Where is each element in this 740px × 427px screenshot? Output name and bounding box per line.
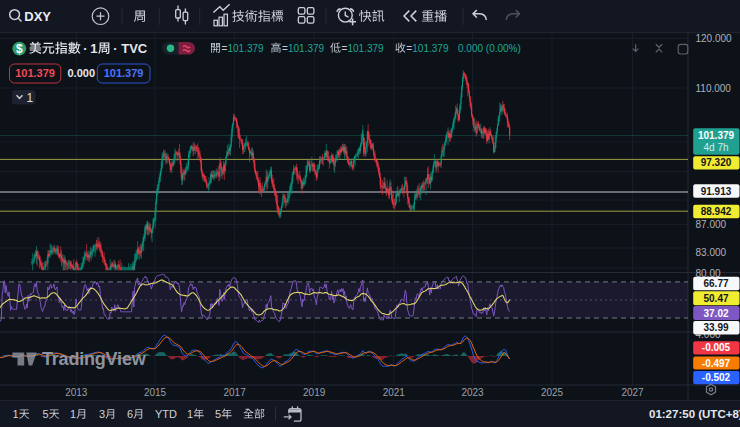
svg-text:120.000: 120.000 (696, 33, 733, 44)
svg-text:0.000: 0.000 (68, 67, 96, 79)
svg-text:2021: 2021 (383, 387, 406, 398)
svg-text:3: 3 (99, 408, 105, 420)
svg-text:50.47: 50.47 (703, 293, 728, 304)
svg-text:2013: 2013 (65, 387, 88, 398)
svg-text:-0.502: -0.502 (702, 372, 731, 383)
svg-text:91.913: 91.913 (701, 186, 732, 197)
svg-text:37.02: 37.02 (703, 308, 728, 319)
svg-text:1: 1 (27, 91, 34, 105)
svg-text:1: 1 (187, 408, 193, 420)
svg-text:2017: 2017 (223, 387, 246, 398)
svg-text:0.000 (0.00%): 0.000 (0.00%) (458, 43, 521, 54)
svg-text:4d 7h: 4d 7h (703, 142, 728, 153)
svg-text:97.320: 97.320 (701, 157, 732, 168)
svg-text:DXY: DXY (24, 9, 51, 24)
svg-text:6: 6 (127, 408, 133, 420)
svg-text:2027: 2027 (621, 387, 644, 398)
svg-text:83.000: 83.000 (696, 247, 727, 258)
svg-text:5: 5 (215, 408, 221, 420)
svg-text:-0.497: -0.497 (702, 358, 731, 369)
svg-text:101.379: 101.379 (228, 43, 265, 54)
svg-text:110.000: 110.000 (696, 83, 732, 94)
svg-text:101.379: 101.379 (288, 43, 325, 54)
svg-text:5: 5 (43, 408, 49, 420)
svg-text:·: · (83, 41, 87, 56)
svg-text:01:27:50 (UTC+8): 01:27:50 (UTC+8) (649, 408, 740, 420)
svg-text:33.99: 33.99 (703, 322, 728, 333)
svg-text:101.379: 101.379 (412, 43, 449, 54)
svg-text:$: $ (16, 42, 23, 56)
svg-text:87.000: 87.000 (696, 219, 727, 230)
svg-text:66.77: 66.77 (703, 278, 728, 289)
svg-text:101.379: 101.379 (15, 67, 55, 79)
svg-text:101.379: 101.379 (104, 67, 144, 79)
svg-text:TradingView: TradingView (42, 349, 147, 369)
svg-text:2015: 2015 (144, 387, 167, 398)
svg-text:101.379: 101.379 (348, 43, 385, 54)
svg-text:1: 1 (90, 41, 97, 56)
svg-text:1: 1 (13, 408, 19, 420)
svg-text:2023: 2023 (461, 387, 484, 398)
svg-text:2025: 2025 (541, 387, 564, 398)
svg-text:YTD: YTD (155, 408, 177, 420)
svg-text:101.379: 101.379 (698, 130, 735, 141)
svg-text:88.942: 88.942 (701, 206, 732, 217)
svg-text:2019: 2019 (303, 387, 326, 398)
svg-text:· TVC: · TVC (113, 41, 148, 56)
svg-text:1: 1 (70, 408, 76, 420)
svg-text:-0.005: -0.005 (702, 342, 731, 353)
